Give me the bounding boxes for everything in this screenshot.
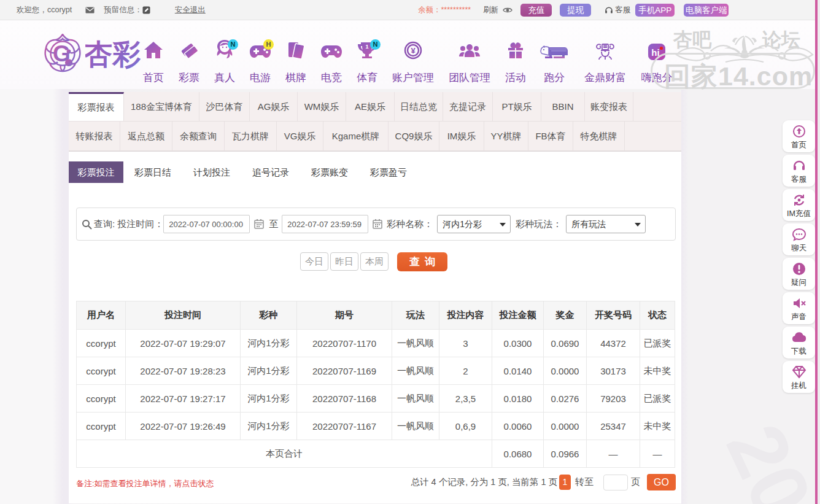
svg-text:¥: ¥ [411, 46, 416, 55]
svg-text:杏彩: 杏彩 [85, 38, 141, 70]
svg-text:1: 1 [365, 44, 368, 50]
svg-text:hi: hi [651, 47, 659, 58]
